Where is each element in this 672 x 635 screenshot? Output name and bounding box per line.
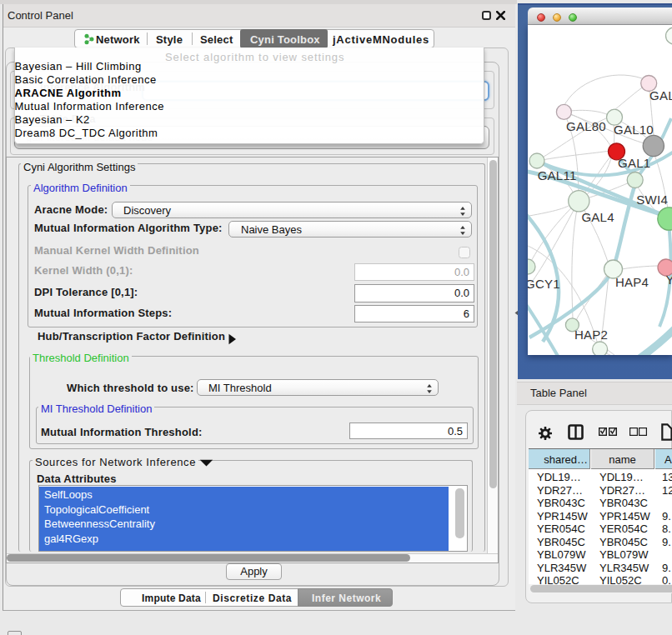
svg-text:SWI4: SWI4: [636, 192, 668, 207]
svg-text:HAP2: HAP2: [574, 328, 608, 342]
svg-text:GAL10: GAL10: [614, 122, 654, 137]
svg-text:GCY1: GCY1: [528, 277, 560, 291]
svg-text:GAL7: GAL7: [649, 88, 672, 102]
svg-text:GAL80: GAL80: [566, 119, 606, 133]
svg-text:GAL11: GAL11: [538, 168, 577, 182]
svg-text:Y: Y: [666, 272, 672, 287]
svg-text:GAL1: GAL1: [618, 156, 650, 170]
svg-text:GAL4: GAL4: [581, 210, 614, 224]
svg-text:HAP4: HAP4: [615, 275, 649, 289]
